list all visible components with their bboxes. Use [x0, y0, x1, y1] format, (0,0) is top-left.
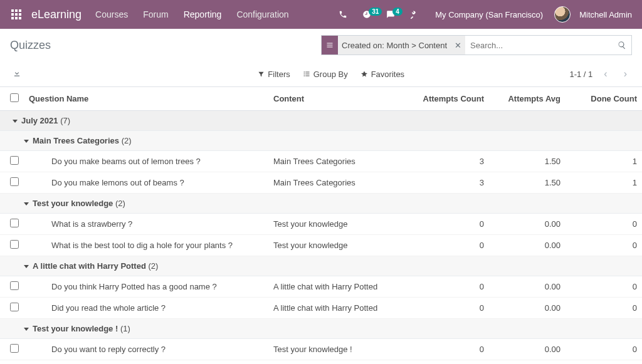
brand[interactable]: eLearning [28, 8, 88, 21]
cell-question: Did you read the whole article ? [24, 298, 268, 319]
cell-content: A little chat with Harry Potted [268, 298, 413, 319]
group-row[interactable]: A little chat with Harry Potted (2) [0, 256, 642, 276]
page-title: Quizzes [10, 39, 51, 52]
select-all-checkbox[interactable] [10, 93, 19, 102]
cell-attempts-avg: 0.00 [489, 298, 566, 319]
row-checkbox[interactable] [10, 303, 19, 311]
caret-down-icon [24, 328, 29, 331]
row-checkbox[interactable] [10, 177, 19, 186]
favorites-dropdown[interactable]: Favorites [360, 70, 404, 79]
cell-attempts-count: 0 [413, 276, 489, 298]
groupby-label: Group By [313, 70, 348, 79]
facet-label: Created on: Month > Content [338, 41, 451, 50]
col-attempts-count[interactable]: Attempts Count [413, 87, 489, 111]
pager[interactable]: 1-1 / 1 [569, 70, 592, 79]
data-table: Question Name Content Attempts Count Att… [0, 87, 642, 360]
search-button[interactable] [613, 36, 631, 55]
favorites-label: Favorites [371, 70, 404, 79]
apps-icon[interactable] [5, 4, 28, 24]
table-row[interactable]: Do you make beams out of lemon trees ?Ma… [0, 151, 642, 172]
cell-content: A little chat with Harry Potted [268, 276, 413, 298]
cell-question: Do you want to reply correctly ? [24, 339, 268, 360]
company-selector[interactable]: My Company (San Francisco) [429, 10, 549, 19]
cell-attempts-avg: 0.00 [489, 339, 566, 360]
cell-attempts-avg: 1.50 [489, 151, 566, 172]
groupby-dropdown[interactable]: Group By [303, 70, 348, 79]
group-row[interactable]: July 2021 (7) [0, 111, 642, 131]
chat-badge: 4 [392, 8, 403, 16]
row-checkbox[interactable] [10, 219, 19, 227]
search-input[interactable] [465, 36, 613, 55]
cell-attempts-avg: 0.00 [489, 276, 566, 298]
cell-done-count: 1 [566, 151, 642, 172]
cell-done-count: 1 [566, 172, 642, 194]
nav-configuration[interactable]: Configuration [229, 1, 296, 28]
table-row[interactable]: Do you think Harry Potted has a good nam… [0, 276, 642, 298]
username[interactable]: Mitchell Admin [576, 10, 637, 19]
cell-attempts-count: 3 [413, 172, 489, 194]
nav-reporting[interactable]: Reporting [176, 1, 229, 28]
cell-attempts-count: 3 [413, 151, 489, 172]
cell-done-count: 0 [566, 235, 642, 256]
cell-question: What is a strawberry ? [24, 214, 268, 235]
col-content[interactable]: Content [268, 87, 413, 111]
download-button[interactable] [10, 66, 24, 82]
table-row[interactable]: Do you want to reply correctly ?Test you… [0, 339, 642, 360]
cell-done-count: 0 [566, 214, 642, 235]
cell-attempts-avg: 0.00 [489, 235, 566, 256]
avatar[interactable] [554, 6, 571, 23]
clock-icon[interactable]: 31 [357, 5, 376, 24]
caret-down-icon [13, 120, 18, 123]
cell-attempts-count: 0 [413, 214, 489, 235]
cell-done-count: 0 [566, 298, 642, 319]
table-row[interactable]: Did you read the whole article ?A little… [0, 298, 642, 319]
page-prev[interactable]: ‹ [599, 65, 612, 83]
cell-attempts-avg: 0.00 [489, 214, 566, 235]
chat-icon[interactable]: 4 [381, 5, 400, 24]
list-icon [322, 36, 338, 55]
group-row[interactable]: Test your knowledge ! (1) [0, 319, 642, 339]
cell-question: Do you think Harry Potted has a good nam… [24, 276, 268, 298]
search-bar: Created on: Month > Content ✕ [321, 35, 632, 55]
page-next[interactable]: › [619, 65, 632, 83]
nav-forum[interactable]: Forum [135, 1, 176, 28]
filters-dropdown[interactable]: Filters [258, 70, 290, 79]
row-checkbox[interactable] [10, 344, 19, 353]
control-panel: Quizzes Created on: Month > Content ✕ [0, 29, 642, 87]
search-facet: Created on: Month > Content ✕ [322, 36, 465, 55]
group-row[interactable]: Main Trees Categories (2) [0, 131, 642, 151]
cell-question: What is the best tool to dig a hole for … [24, 235, 268, 256]
cell-question: Do you make lemons out of beams ? [24, 172, 268, 194]
cell-question: Do you make beams out of lemon trees ? [24, 151, 268, 172]
cell-content: Main Trees Categories [268, 172, 413, 194]
cell-attempts-avg: 1.50 [489, 172, 566, 194]
cell-attempts-count: 0 [413, 235, 489, 256]
cell-attempts-count: 0 [413, 339, 489, 360]
cell-done-count: 0 [566, 276, 642, 298]
navbar: eLearning Courses Forum Reporting Config… [0, 0, 642, 29]
table-row[interactable]: Do you make lemons out of beams ?Main Tr… [0, 172, 642, 194]
nav-courses[interactable]: Courses [88, 1, 135, 28]
cell-attempts-count: 0 [413, 298, 489, 319]
systray: 31 4 My Company (San Francisco) Mitchell… [334, 5, 637, 24]
table-row[interactable]: What is the best tool to dig a hole for … [0, 235, 642, 256]
row-checkbox[interactable] [10, 281, 19, 290]
group-row[interactable]: Test your knowledge (2) [0, 194, 642, 214]
row-checkbox[interactable] [10, 240, 19, 249]
tools-icon[interactable] [405, 5, 424, 24]
table-row[interactable]: What is a strawberry ?Test your knowledg… [0, 214, 642, 235]
filters-label: Filters [268, 70, 290, 79]
col-done-count[interactable]: Done Count [566, 87, 642, 111]
row-checkbox[interactable] [10, 156, 19, 165]
caret-down-icon [24, 202, 29, 205]
col-question[interactable]: Question Name [24, 87, 268, 111]
caret-down-icon [24, 265, 29, 268]
facet-remove[interactable]: ✕ [451, 41, 465, 50]
calendar-badge: 31 [369, 8, 382, 16]
cell-content: Test your knowledge ! [268, 339, 413, 360]
nav-links: Courses Forum Reporting Configuration [88, 1, 297, 28]
caret-down-icon [24, 140, 29, 143]
cell-done-count: 0 [566, 339, 642, 360]
col-attempts-avg[interactable]: Attempts Avg [489, 87, 566, 111]
phone-icon[interactable] [334, 5, 352, 24]
